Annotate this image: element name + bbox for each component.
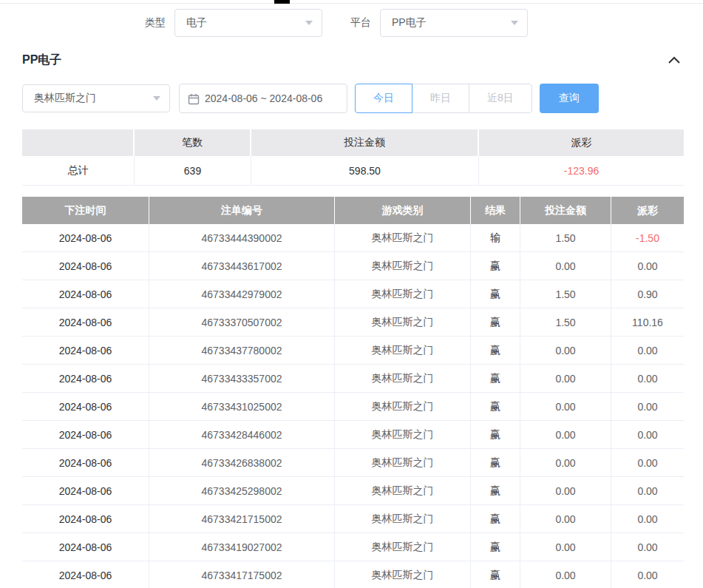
cell-result: 赢 [471,280,520,308]
chevron-down-icon [511,21,518,25]
type-select-value: 电子 [186,16,207,30]
cell-bet-time: 2024-08-06 [22,561,149,588]
search-button[interactable]: 查询 [540,84,599,113]
records-table-header: 下注时间 注单编号 游戏类别 结果 投注金额 派彩 [22,197,684,224]
cell-game-type: 奥林匹斯之门 [335,337,471,365]
filter-row: 奥林匹斯之门 2024-08-06 ~ 2024-08-06 今日 昨日 近8日… [22,84,599,113]
cell-game-type: 奥林匹斯之门 [335,505,471,533]
cell-game-type: 奥林匹斯之门 [335,308,471,337]
cell-result: 赢 [471,393,520,421]
chevron-down-icon [305,21,313,25]
cell-game-type: 奥林匹斯之门 [335,477,471,505]
cell-order-id: 46733370507002 [149,308,335,337]
summary-payout: -123.96 [479,156,684,186]
table-row: 2024-08-0646733421715002奥林匹斯之门赢0.000.00 [22,505,684,533]
top-indicator-bar [274,0,290,4]
date-range-value: 2024-08-06 ~ 2024-08-06 [205,92,322,104]
cell-payout: 110.16 [611,308,684,337]
cell-bet-amount: 0.00 [520,365,611,393]
cell-bet-amount: 0.00 [520,449,611,477]
header-bet-time: 下注时间 [22,197,149,224]
cell-payout: 0.00 [611,252,684,280]
cell-bet-time: 2024-08-06 [22,337,149,365]
last-8-days-button[interactable]: 近8日 [469,84,532,113]
cell-bet-amount: 0.00 [520,477,611,505]
summary-total-row: 总计 639 598.50 -123.96 [22,156,684,186]
summary-bet-amount-value: 598.50 [251,156,479,186]
type-select[interactable]: 电子 [174,9,322,37]
cell-order-id: 46733433357002 [149,365,335,393]
cell-bet-amount: 1.50 [520,308,611,337]
summary-table-header: 笔数 投注金额 派彩 [22,129,684,156]
cell-payout: 0.00 [611,337,684,365]
table-row: 2024-08-0646733444390002奥林匹斯之门输1.50-1.50 [22,224,684,252]
cell-result: 赢 [471,533,520,561]
top-filter-form: 类型 电子 平台 PP电子 [145,9,528,37]
cell-result: 赢 [471,421,520,449]
cell-result: 赢 [471,365,520,393]
cell-result: 赢 [471,308,520,337]
cell-result: 赢 [471,252,520,280]
type-label: 类型 [145,16,166,30]
table-row: 2024-08-0646733417175002奥林匹斯之门赢0.000.00 [22,561,684,588]
header-result: 结果 [471,197,520,224]
cell-bet-time: 2024-08-06 [22,449,149,477]
section-title: PP电子 [22,53,61,68]
summary-header-count: 笔数 [135,129,251,156]
cell-game-type: 奥林匹斯之门 [335,224,471,252]
records-table: 下注时间 注单编号 游戏类别 结果 投注金额 派彩 2024-08-064673… [22,197,684,588]
cell-result: 赢 [471,505,520,533]
platform-select-value: PP电子 [392,16,427,30]
game-select[interactable]: 奥林匹斯之门 [22,84,170,112]
platform-select[interactable]: PP电子 [380,9,528,37]
cell-game-type: 奥林匹斯之门 [335,252,471,280]
cell-game-type: 奥林匹斯之门 [335,449,471,477]
cell-bet-time: 2024-08-06 [22,533,149,561]
cell-result: 输 [471,224,520,252]
cell-payout: 0.00 [611,505,684,533]
cell-game-type: 奥林匹斯之门 [335,393,471,421]
yesterday-button[interactable]: 昨日 [412,84,469,113]
cell-bet-amount: 0.00 [520,337,611,365]
cell-order-id: 46733431025002 [149,393,335,421]
page: 类型 电子 平台 PP电子 PP电子 奥林匹斯之门 [0,0,703,588]
cell-result: 赢 [471,561,520,588]
cell-order-id: 46733444390002 [149,224,335,252]
table-row: 2024-08-0646733419027002奥林匹斯之门赢0.000.00 [22,533,684,561]
summary-header-blank [22,129,135,156]
table-row: 2024-08-0646733426838002奥林匹斯之门赢0.000.00 [22,449,684,477]
table-row: 2024-08-0646733425298002奥林匹斯之门赢0.000.00 [22,477,684,505]
chevron-up-icon[interactable] [665,53,684,67]
cell-payout: 0.00 [611,421,684,449]
cell-bet-time: 2024-08-06 [22,308,149,337]
cell-payout: 0.00 [611,533,684,561]
table-row: 2024-08-0646733437780002奥林匹斯之门赢0.000.00 [22,337,684,365]
cell-game-type: 奥林匹斯之门 [335,533,471,561]
cell-bet-time: 2024-08-06 [22,421,149,449]
cell-order-id: 46733417175002 [149,561,335,588]
cell-order-id: 46733421715002 [149,505,335,533]
today-button[interactable]: 今日 [355,84,412,113]
table-row: 2024-08-0646733443617002奥林匹斯之门赢0.000.00 [22,252,684,280]
cell-bet-time: 2024-08-06 [22,252,149,280]
header-bet-amount: 投注金额 [520,197,611,224]
cell-bet-time: 2024-08-06 [22,505,149,533]
table-row: 2024-08-0646733442979002奥林匹斯之门赢1.500.90 [22,280,684,308]
summary-header-payout: 派彩 [479,129,684,156]
cell-game-type: 奥林匹斯之门 [335,421,471,449]
summary-table: 笔数 投注金额 派彩 总计 639 598.50 -123.96 [22,129,684,186]
cell-order-id: 46733443617002 [149,252,335,280]
table-row: 2024-08-0646733428446002奥林匹斯之门赢0.000.00 [22,421,684,449]
header-payout: 派彩 [611,197,684,224]
cell-payout: 0.00 [611,365,684,393]
records-table-body: 2024-08-0646733444390002奥林匹斯之门输1.50-1.50… [22,224,684,588]
cell-payout: 0.00 [611,393,684,421]
cell-bet-time: 2024-08-06 [22,280,149,308]
cell-bet-amount: 0.00 [520,421,611,449]
cell-bet-time: 2024-08-06 [22,477,149,505]
section-header: PP电子 [22,50,684,70]
header-order-id: 注单编号 [149,197,335,224]
cell-game-type: 奥林匹斯之门 [335,365,471,393]
date-range-input[interactable]: 2024-08-06 ~ 2024-08-06 [179,84,347,113]
cell-bet-time: 2024-08-06 [22,393,149,421]
